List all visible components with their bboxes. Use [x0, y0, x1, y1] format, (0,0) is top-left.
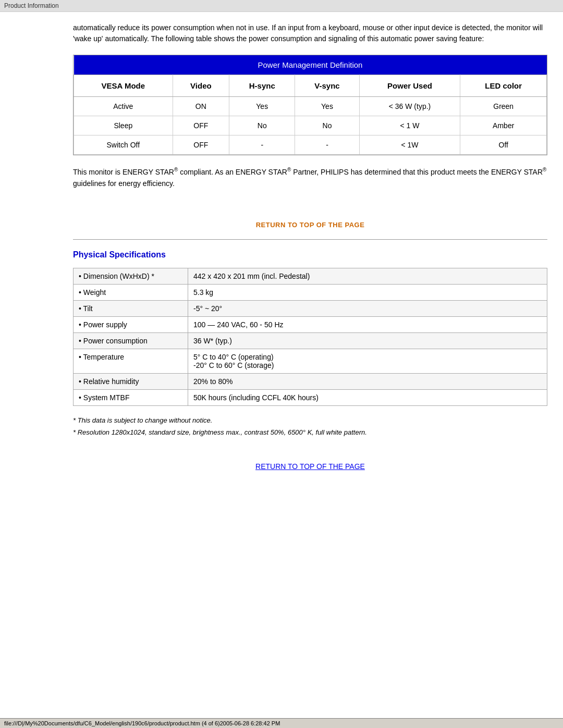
physical-specs-table: • Dimension (WxHxD) * 442 x 420 x 201 mm… [73, 268, 547, 406]
power-management-table-wrapper: Power Management Definition VESA Mode Vi… [73, 55, 547, 155]
energy-star-text4: guidelines for energy efficiency. [73, 179, 175, 188]
content-area: automatically reduce its power consumpti… [0, 12, 563, 502]
table-row: Sleep OFF No No < 1 W Amber [74, 116, 547, 135]
cell-sleep-video: OFF [173, 116, 229, 135]
cell-switchoff-video: OFF [173, 135, 229, 155]
browser-window: Product Information automatically reduce… [0, 0, 563, 728]
title-bar-label: Product Information [4, 2, 59, 9]
spec-value-dimension: 442 x 420 x 201 mm (incl. Pedestal) [188, 268, 547, 285]
cell-switchoff-hsync: - [229, 135, 295, 155]
title-bar: Product Information [0, 0, 563, 12]
table-row: • Power supply 100 — 240 VAC, 60 - 50 Hz [74, 317, 547, 333]
return-link-bottom-anchor[interactable]: RETURN TO TOP OF THE PAGE [255, 462, 365, 471]
cell-sleep-power: < 1 W [359, 116, 460, 135]
table-row: Active ON Yes Yes < 36 W (typ.) Green [74, 97, 547, 116]
spec-value-temperature: 5° C to 40° C (operating)-20° C to 60° C… [188, 349, 547, 374]
section-divider [73, 239, 547, 240]
spec-label-dimension: • Dimension (WxHxD) * [74, 268, 188, 285]
cell-sleep-led: Amber [460, 116, 547, 135]
cell-switchoff-led: Off [460, 135, 547, 155]
cell-switchoff-vsync: - [295, 135, 359, 155]
cell-active-video: ON [173, 97, 229, 116]
table-title: Power Management Definition [74, 55, 547, 75]
spec-label-tilt: • Tilt [74, 301, 188, 317]
cell-active-vsync: Yes [295, 97, 359, 116]
spec-label-temperature: • Temperature [74, 349, 188, 374]
column-header-row: VESA Mode Video H-sync V-sync Power Used… [74, 75, 547, 97]
footnote-2: * Resolution 1280x1024, standard size, b… [73, 428, 547, 436]
table-row: Switch Off OFF - - < 1W Off [74, 135, 547, 155]
col-vsync: V-sync [295, 75, 359, 97]
status-bar-text: file:///D|/My%20Documents/dfu/C6_Model/e… [4, 720, 280, 726]
spec-value-power-consumption: 36 W* (typ.) [188, 333, 547, 349]
cell-sleep-mode: Sleep [74, 116, 173, 135]
col-hsync: H-sync [229, 75, 295, 97]
cell-active-hsync: Yes [229, 97, 295, 116]
energy-star-text1: This monitor is ENERGY STAR [73, 168, 174, 176]
energy-star-text3: Partner, PHILIPS has determined that thi… [291, 168, 543, 176]
spec-label-humidity: • Relative humidity [74, 374, 188, 390]
intro-text: automatically reduce its power consumpti… [73, 22, 547, 44]
cell-active-mode: Active [74, 97, 173, 116]
spec-label-weight: • Weight [74, 285, 188, 301]
cell-sleep-hsync: No [229, 116, 295, 135]
spec-value-mtbf: 50K hours (including CCFL 40K hours) [188, 390, 547, 406]
col-power-used: Power Used [359, 75, 460, 97]
return-link-bottom[interactable]: RETURN TO TOP OF THE PAGE [73, 462, 547, 471]
table-row: • Weight 5.3 kg [74, 285, 547, 301]
cell-active-power: < 36 W (typ.) [359, 97, 460, 116]
table-row: • Power consumption 36 W* (typ.) [74, 333, 547, 349]
spec-label-mtbf: • System MTBF [74, 390, 188, 406]
table-row: • Temperature 5° C to 40° C (operating)-… [74, 349, 547, 374]
cell-sleep-vsync: No [295, 116, 359, 135]
spec-value-tilt: -5° ~ 20° [188, 301, 547, 317]
table-row: • Tilt -5° ~ 20° [74, 301, 547, 317]
spec-label-power-supply: • Power supply [74, 317, 188, 333]
status-bar: file:///D|/My%20Documents/dfu/C6_Model/e… [0, 718, 563, 728]
energy-star-text: This monitor is ENERGY STAR® compliant. … [73, 166, 547, 189]
col-led-color: LED color [460, 75, 547, 97]
cell-active-led: Green [460, 97, 547, 116]
spec-value-weight: 5.3 kg [188, 285, 547, 301]
footnote-1: * This data is subject to change without… [73, 416, 547, 424]
power-management-table: Power Management Definition VESA Mode Vi… [74, 55, 547, 155]
col-vesa-mode: VESA Mode [74, 75, 173, 97]
physical-specs-title: Physical Specifications [73, 250, 547, 260]
energy-star-text2: compliant. As an ENERGY STAR [178, 168, 287, 176]
cell-switchoff-mode: Switch Off [74, 135, 173, 155]
spec-value-humidity: 20% to 80% [188, 374, 547, 390]
table-header-row: Power Management Definition [74, 55, 547, 75]
return-link-top[interactable]: RETURN TO TOP OF THE PAGE [73, 220, 547, 229]
table-row: • Dimension (WxHxD) * 442 x 420 x 201 mm… [74, 268, 547, 285]
col-video: Video [173, 75, 229, 97]
registered-mark-3: ® [543, 167, 546, 172]
return-link-top-anchor[interactable]: RETURN TO TOP OF THE PAGE [256, 221, 365, 229]
table-row: • Relative humidity 20% to 80% [74, 374, 547, 390]
spec-value-power-supply: 100 — 240 VAC, 60 - 50 Hz [188, 317, 547, 333]
cell-switchoff-power: < 1W [359, 135, 460, 155]
spec-label-power-consumption: • Power consumption [74, 333, 188, 349]
table-row: • System MTBF 50K hours (including CCFL … [74, 390, 547, 406]
